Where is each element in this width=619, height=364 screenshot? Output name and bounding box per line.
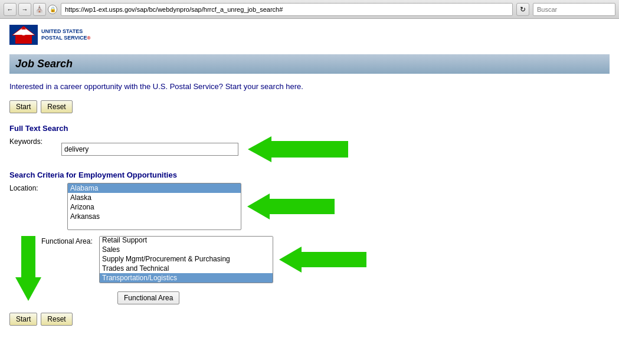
keyword-form-group: Keywords:	[9, 136, 610, 162]
usps-line1: UNITED STATES	[41, 28, 90, 35]
fa-option-transport[interactable]: Transportation/Logistics	[100, 273, 273, 283]
location-option-arizona[interactable]: Arizona	[68, 202, 241, 212]
keyword-arrow-icon	[248, 136, 348, 162]
bottom-start-button[interactable]: Start	[9, 313, 37, 326]
location-field: Alabama Alaska Arizona Arkansas	[67, 183, 335, 230]
functional-area-arrow-icon	[279, 247, 366, 273]
functional-area-field: Retail Support Sales Supply Mgmt/Procure…	[99, 236, 366, 283]
keyword-label: Keywords:	[9, 136, 57, 146]
functional-area-row: Functional Area: Retail Support Sales Su…	[41, 236, 610, 283]
functional-area-select[interactable]: Retail Support Sales Supply Mgmt/Procure…	[99, 236, 273, 283]
location-option-arkansas[interactable]: Arkansas	[68, 212, 241, 221]
criteria-section: Search Criteria for Employment Opportuni…	[9, 170, 610, 304]
full-text-search-heading: Full Text Search	[9, 124, 610, 133]
top-reset-button[interactable]: Reset	[41, 100, 72, 113]
keyword-field-wrap	[61, 136, 610, 162]
nav-buttons: ← → ⛪ 🔒	[4, 3, 57, 16]
fa-option-supply[interactable]: Supply Mgmt/Procurement & Purchasing	[100, 254, 273, 264]
usps-eagle-icon	[9, 25, 38, 45]
location-option-alaska[interactable]: Alaska	[68, 193, 241, 202]
top-start-button[interactable]: Start	[9, 100, 37, 113]
functional-area-label: Functional Area:	[41, 236, 94, 245]
refresh-button[interactable]: ↻	[516, 3, 529, 16]
forward-button[interactable]: →	[18, 3, 31, 16]
location-option-alabama[interactable]: Alabama	[68, 183, 241, 193]
location-arrow-icon	[247, 194, 335, 219]
lock-icon: 🔒	[48, 5, 57, 14]
top-button-row: Start Reset	[9, 100, 610, 113]
header-bar: Job Search	[9, 54, 610, 74]
browser-search-input[interactable]	[533, 3, 615, 16]
bottom-button-row: Start Reset	[9, 313, 610, 326]
fa-option-sales[interactable]: Sales	[100, 245, 273, 254]
location-select[interactable]: Alabama Alaska Arizona Arkansas	[67, 183, 241, 230]
home-button[interactable]: ⛪	[33, 3, 46, 16]
location-label: Location:	[9, 183, 63, 192]
page-content: UNITED STATES POSTAL SERVICE® Job Search…	[0, 19, 619, 342]
logo-area: UNITED STATES POSTAL SERVICE®	[9, 25, 610, 50]
svg-point-3	[20, 29, 27, 35]
functional-area-inner: Functional Area: Retail Support Sales Su…	[41, 236, 610, 304]
intro-text: Interested in a career opportunity with …	[9, 82, 610, 91]
page-title: Job Search	[15, 58, 604, 70]
full-text-search-section: Full Text Search Keywords:	[9, 124, 610, 162]
keyword-input[interactable]	[61, 143, 238, 156]
location-row: Location: Alabama Alaska Arizona Arkansa…	[9, 183, 610, 230]
bottom-reset-button[interactable]: Reset	[41, 313, 72, 326]
usps-logo: UNITED STATES POSTAL SERVICE®	[9, 25, 90, 45]
functional-area-outer: Functional Area: Retail Support Sales Su…	[9, 236, 610, 304]
back-button[interactable]: ←	[4, 3, 17, 16]
criteria-heading: Search Criteria for Employment Opportuni…	[9, 170, 610, 179]
fa-option-trades[interactable]: Trades and Technical	[100, 264, 273, 273]
address-bar[interactable]	[61, 3, 513, 16]
browser-chrome: ← → ⛪ 🔒 ↻	[0, 0, 619, 19]
fa-option-retail[interactable]: Retail Support	[100, 236, 273, 245]
functional-area-button[interactable]: Functional Area	[117, 291, 179, 304]
functional-area-down-arrow-icon	[15, 236, 41, 301]
usps-text: UNITED STATES POSTAL SERVICE®	[41, 28, 90, 41]
usps-line2: POSTAL SERVICE®	[41, 35, 90, 41]
